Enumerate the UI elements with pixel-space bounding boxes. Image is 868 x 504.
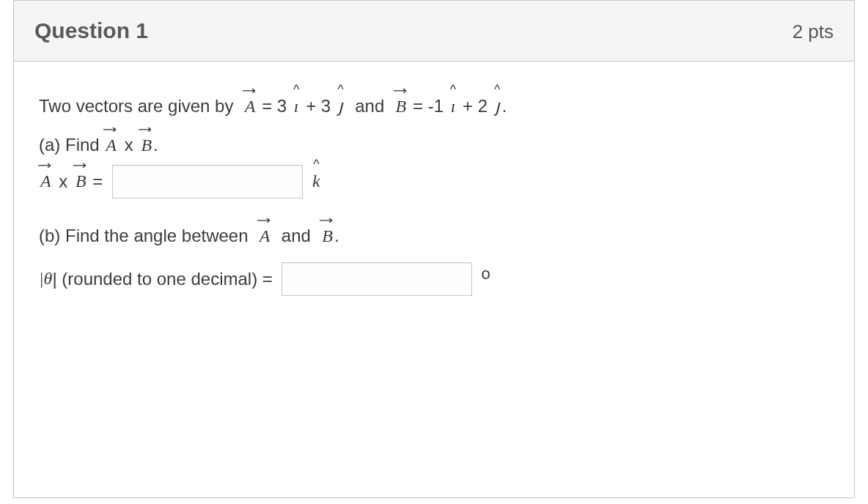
vector-B: B [394,94,408,119]
part-b-answer-row: | θ | (rounded to one decimal) = o [39,262,829,296]
i-hat-letter: ı [451,97,456,116]
times-symbol: x [118,133,139,158]
intro-and: and [345,94,394,119]
eqA-mid: + 3 [301,94,336,119]
vector-B-letter: B [396,97,407,116]
vector-A-letter: A [106,136,117,155]
caret-icon: ^ [493,87,502,92]
vector-B: B [74,169,88,194]
i-hat-letter: ı [294,97,299,116]
vector-A: A [243,94,257,119]
eqB-pre: = -1 [408,94,448,119]
question-header: Question 1 2 pts [14,1,854,62]
part-a-period: . [153,133,158,158]
part-a-label: (a) Find [39,133,104,158]
j-hat-letter: ȷ [338,97,343,116]
vector-A: A [258,224,272,249]
page: Question 1 2 pts Two vectors are given b… [0,0,868,504]
arrow-icon [393,87,410,93]
vector-B-letter: B [141,136,152,155]
vector-A-letter: A [245,97,256,116]
k-hat-letter: k [312,171,320,190]
arrow-icon [37,162,54,168]
vector-A: A [104,133,118,158]
question-body: Two vectors are given by A = 3 ^ ı + 3 ^… [14,62,854,341]
vector-B-letter: B [76,171,87,190]
j-hat-letter: ȷ [495,97,500,116]
question-card: Question 1 2 pts Two vectors are given b… [13,0,855,498]
caret-icon: ^ [310,162,323,166]
question-points: 2 pts [792,21,834,43]
vector-B: B [320,224,334,249]
times-symbol: x [53,169,74,194]
part-b-answer-input[interactable] [282,262,472,296]
part-a-answer-input[interactable] [112,165,303,199]
eqA-pre: = 3 [257,94,291,119]
caret-icon: ^ [449,87,458,92]
arrow-icon [73,162,89,168]
theta-label-post: | (rounded to one decimal) = [52,267,277,292]
vector-B: B [139,133,153,158]
caret-icon: ^ [292,87,301,92]
part-a-prompt: (a) Find A x B . [39,133,829,158]
k-hat: ^ k [310,169,323,194]
vector-A-letter: A [40,171,51,190]
abs-bar-open: | [39,267,44,292]
vector-B-letter: B [322,226,333,245]
intro-text: Two vectors are given by [39,94,243,119]
vector-A: A [39,169,53,194]
arrow-icon [103,126,119,132]
intro-period: . [502,94,507,119]
question-title: Question 1 [34,18,148,43]
part-b-period: . [334,223,339,248]
i-hat: ^ ı [449,94,458,119]
part-a-answer-row: A x B = ^ k [39,165,829,199]
arrow-icon [138,126,155,132]
eqB-mid: + 2 [457,94,492,119]
degree-symbol: o [477,263,490,286]
part-b-label: (b) Find the angle between [39,223,258,248]
arrow-icon [257,217,273,223]
caret-icon: ^ [336,87,345,92]
part-b-and: and [272,223,321,248]
prompt-line: Two vectors are given by A = 3 ^ ı + 3 ^… [39,94,829,119]
j-hat: ^ ȷ [336,94,345,119]
arrow-icon [319,217,336,223]
equals-symbol: = [88,169,108,194]
i-hat: ^ ı [292,94,301,119]
j-hat: ^ ȷ [493,94,502,119]
arrow-icon [242,87,259,93]
theta-symbol: θ [44,267,53,292]
vector-A-letter: A [260,226,271,245]
part-b-prompt: (b) Find the angle between A and B . [39,223,829,249]
